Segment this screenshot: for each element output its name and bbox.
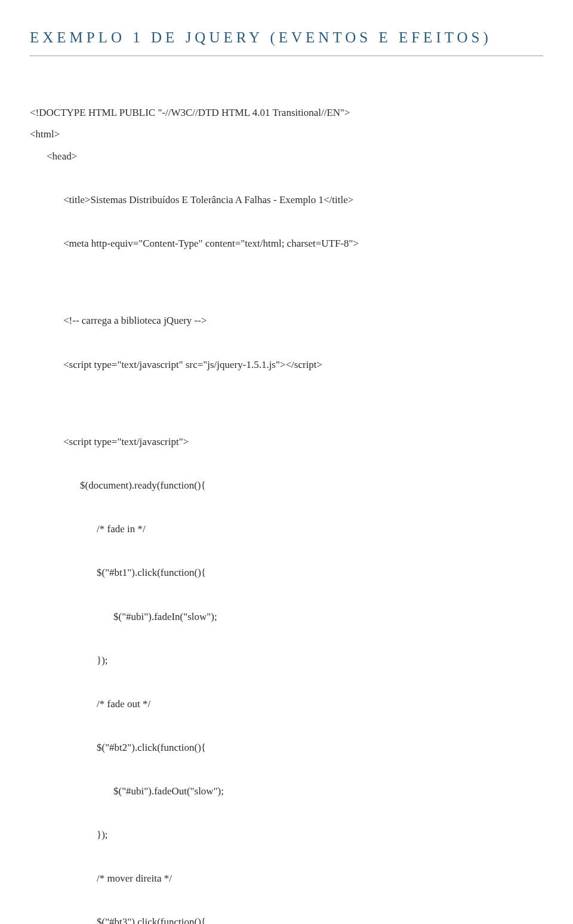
code-line: $("#ubi").fadeOut("slow"); [30,781,543,803]
code-line: $("#bt1").click(function(){ [30,562,543,584]
document-heading: EXEMPLO 1 DE JQUERY (EVENTOS E EFEITOS) [30,24,543,51]
code-line: <title>Sistemas Distribuídos E Tolerânci… [30,189,543,211]
code-line: <head> [30,146,543,168]
heading-rule [30,56,543,56]
code-line: <!-- carrega a biblioteca jQuery --> [30,310,543,332]
code-line: $("#bt2").click(function(){ [30,737,543,759]
code-block: <!DOCTYPE HTML PUBLIC "-//W3C//DTD HTML … [30,80,543,924]
code-line: /* mover direita */ [30,868,543,890]
code-line: <html> [30,128,60,140]
code-line: $("#bt3").click(function(){ [30,911,543,924]
code-line: /* fade in */ [30,518,543,541]
code-line: $(document).ready(function(){ [30,475,543,497]
code-line: <meta http-equiv="Content-Type" content=… [30,233,543,255]
code-line: /* fade out */ [30,693,543,716]
code-line: }); [30,824,543,846]
code-line: <!DOCTYPE HTML PUBLIC "-//W3C//DTD HTML … [30,107,350,118]
code-line: }); [30,650,543,672]
code-line: <script type="text/javascript" src="js/j… [30,354,543,376]
code-line: $("#ubi").fadeIn("slow"); [30,606,543,628]
code-line: <script type="text/javascript"> [30,431,543,453]
